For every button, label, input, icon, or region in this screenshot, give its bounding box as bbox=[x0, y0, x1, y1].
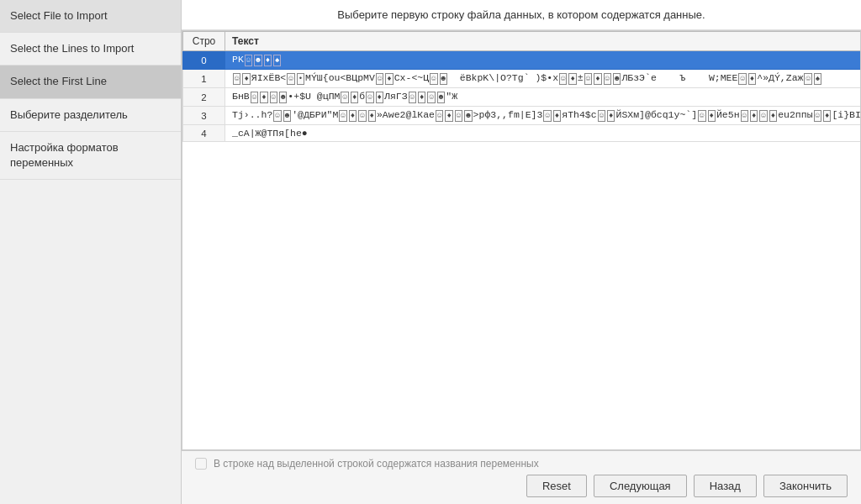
instruction-bar: Выберите первую строку файла данных, в к… bbox=[182, 0, 861, 30]
table-row[interactable]: 2БнВ☺♦☺☻•+$U @цПМ☺♦б☺♦ЛяГЗ☺♦☺☻"Ж bbox=[183, 88, 862, 107]
back-button[interactable]: Назад bbox=[694, 475, 757, 497]
sidebar-item-delimiter[interactable]: Выберите разделитель bbox=[0, 99, 181, 132]
main-container: Select File to Import Select the Lines t… bbox=[0, 0, 861, 504]
sidebar: Select File to Import Select the Lines t… bbox=[0, 0, 182, 504]
variable-names-checkbox[interactable] bbox=[195, 458, 207, 470]
footer-buttons: Reset Следующая Назад Закончить bbox=[195, 475, 848, 497]
sidebar-item-select-first-line[interactable]: Select the First Line bbox=[0, 66, 181, 98]
table-row[interactable]: 3Тj›..h?☺☻'@ДБРИ"М☺♦☺♦»Awe2@lКае☺♦☺☻>рф3… bbox=[183, 107, 862, 125]
data-table-area[interactable]: Стро Текст 0PK☺☻♦♠1☺♦ЯIхЁВ<☺•МÝШ{ou<ВЦрМ… bbox=[182, 30, 861, 450]
sidebar-item-select-lines[interactable]: Select the Lines to Import bbox=[0, 33, 181, 66]
row-text: _сA|Ж@ТПя[hе● bbox=[225, 125, 862, 142]
data-table: Стро Текст 0PK☺☻♦♠1☺♦ЯIхЁВ<☺•МÝШ{ou<ВЦрМ… bbox=[182, 31, 861, 142]
right-panel: Выберите первую строку файла данных, в к… bbox=[182, 0, 861, 504]
row-text: Тj›..h?☺☻'@ДБРИ"М☺♦☺♦»Awe2@lКае☺♦☺☻>рф3,… bbox=[225, 107, 862, 125]
sidebar-item-select-file[interactable]: Select File to Import bbox=[0, 0, 181, 33]
footer: В строке над выделенной строкой содержат… bbox=[182, 450, 861, 504]
footer-checkbox-row: В строке над выделенной строкой содержат… bbox=[195, 458, 848, 470]
reset-button[interactable]: Reset bbox=[526, 475, 587, 497]
row-number: 2 bbox=[183, 88, 225, 107]
variable-names-label: В строке над выделенной строкой содержат… bbox=[214, 458, 539, 470]
row-number: 3 bbox=[183, 107, 225, 125]
table-row[interactable]: 0PK☺☻♦♠ bbox=[183, 51, 862, 70]
row-text: PK☺☻♦♠ bbox=[225, 51, 862, 70]
table-row[interactable]: 1☺♦ЯIхЁВ<☺•МÝШ{ou<ВЦрМV☺♦Сx-<~Ц☺☻ ëВkрK\… bbox=[183, 70, 862, 88]
next-button[interactable]: Следующая bbox=[594, 475, 687, 497]
col-header-num: Стро bbox=[183, 32, 225, 51]
row-text: БнВ☺♦☺☻•+$U @цПМ☺♦б☺♦ЛяГЗ☺♦☺☻"Ж bbox=[225, 88, 862, 107]
table-row[interactable]: 4_сA|Ж@ТПя[hе● bbox=[183, 125, 862, 142]
row-text: ☺♦ЯIхЁВ<☺•МÝШ{ou<ВЦрМV☺♦Сx-<~Ц☺☻ ëВkрK\|… bbox=[225, 70, 862, 88]
row-number: 0 bbox=[183, 51, 225, 70]
row-number: 1 bbox=[183, 70, 225, 88]
col-header-text: Текст bbox=[225, 32, 862, 51]
sidebar-item-format-settings[interactable]: Настройка форматов переменных bbox=[0, 132, 181, 180]
row-number: 4 bbox=[183, 125, 225, 142]
finish-button[interactable]: Закончить bbox=[763, 475, 848, 497]
